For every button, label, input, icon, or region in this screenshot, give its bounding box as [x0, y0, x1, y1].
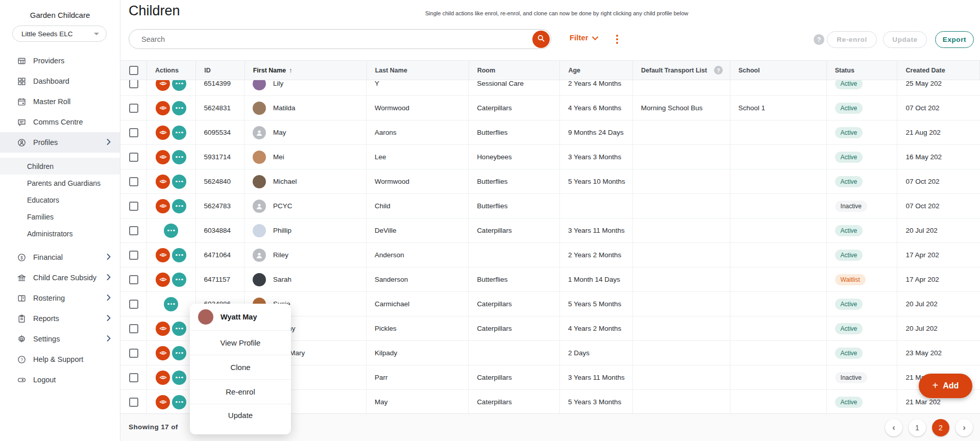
table-row[interactable]: 6471157SarahSandersonButterflies1 Month … — [120, 267, 980, 292]
sidebar-item-parents-and-guardians[interactable]: Parents and Guardians — [0, 175, 120, 191]
context-menu-item-re-enrol[interactable]: Re-enrol — [190, 380, 291, 404]
row-checkbox[interactable] — [129, 300, 138, 309]
update-button[interactable]: Update — [883, 31, 927, 48]
pagination-next-button[interactable]: › — [955, 419, 973, 436]
row-menu-button[interactable] — [172, 322, 186, 336]
sidebar-item-master-roll[interactable]: Master Roll — [0, 91, 120, 112]
cell-checkbox — [120, 267, 147, 291]
export-button[interactable]: Export — [935, 31, 974, 48]
sidebar-item-providers[interactable]: Providers — [0, 51, 120, 71]
chevron-right-icon — [107, 253, 111, 262]
sidebar-item-dashboard[interactable]: Dashboard — [0, 71, 120, 91]
row-menu-button[interactable] — [172, 395, 186, 409]
cell-id: 6471157 — [196, 267, 244, 291]
view-profile-button[interactable] — [156, 175, 170, 189]
row-checkbox[interactable] — [129, 398, 138, 407]
view-profile-button[interactable] — [156, 150, 170, 164]
row-menu-button[interactable] — [172, 101, 186, 115]
row-checkbox[interactable] — [129, 349, 138, 358]
centre-selector[interactable]: Little Seeds ELC — [12, 26, 107, 42]
avatar — [253, 102, 266, 115]
row-menu-button[interactable] — [172, 248, 186, 262]
view-profile-button[interactable] — [156, 273, 170, 287]
sidebar-item-comms-centre[interactable]: Comms Centre — [0, 112, 120, 132]
view-profile-button[interactable] — [156, 199, 170, 213]
row-checkbox[interactable] — [129, 275, 138, 284]
sidebar-item-profiles[interactable]: Profiles — [0, 132, 120, 153]
row-menu-button[interactable] — [172, 126, 186, 140]
sidebar-item-rostering[interactable]: Rostering — [0, 288, 120, 308]
row-menu-button[interactable] — [172, 175, 186, 189]
context-menu-item-clone[interactable]: Clone — [190, 355, 291, 380]
sidebar-item-settings[interactable]: Settings — [0, 329, 120, 349]
cell-transport — [633, 80, 730, 95]
cell-last-name: Y — [366, 80, 469, 95]
re-enrol-button[interactable]: Re-enrol — [827, 31, 877, 48]
table-row[interactable]: 5624831MatildaWormwoodCaterpillars4 Year… — [120, 96, 980, 120]
more-options-icon[interactable] — [610, 33, 624, 46]
row-checkbox[interactable] — [129, 104, 138, 113]
sidebar: Garden Childcare Little Seeds ELC Provid… — [0, 0, 120, 441]
row-checkbox[interactable] — [129, 251, 138, 260]
sidebar-item-child-care-subsidy[interactable]: Child Care Subsidy — [0, 267, 120, 288]
sort-asc-icon[interactable]: ↑ — [289, 66, 292, 74]
row-checkbox[interactable] — [129, 80, 138, 88]
help-icon[interactable]: ? — [714, 66, 723, 75]
filter-button[interactable]: Filter — [570, 34, 598, 42]
row-menu-button[interactable] — [172, 346, 186, 360]
table-row[interactable]: 6095534MayAaronsButterflies9 Months 24 D… — [120, 120, 980, 145]
search-button[interactable] — [532, 31, 550, 48]
sidebar-item-financial[interactable]: $Financial — [0, 247, 120, 267]
cell-last-name: Aarons — [366, 120, 469, 144]
sidebar-item-help-support[interactable]: ?Help & Support — [0, 349, 120, 370]
sidebar-item-administrators[interactable]: Administrators — [0, 225, 120, 242]
pagination-page-2[interactable]: 2 — [932, 419, 949, 436]
view-profile-button[interactable] — [156, 395, 170, 409]
avatar — [253, 249, 266, 262]
table-row[interactable]: 5624840MichaelWormwoodButterflies5 Years… — [120, 169, 980, 194]
table-row[interactable]: 6471064RileyAnderson2 Years 2 MonthsActi… — [120, 243, 980, 267]
row-checkbox[interactable] — [129, 226, 138, 235]
table-row[interactable]: 6514399LilyYSessional Care2 Years 4 Mont… — [120, 80, 980, 96]
view-profile-button[interactable] — [156, 322, 170, 336]
row-checkbox[interactable] — [129, 128, 138, 137]
view-profile-button[interactable] — [156, 248, 170, 262]
search-input[interactable] — [141, 35, 532, 43]
sidebar-item-educators[interactable]: Educators — [0, 191, 120, 208]
table-row[interactable]: 5624783PCYCChildButterfliesInactive07 Oc… — [120, 194, 980, 218]
row-checkbox[interactable] — [129, 373, 138, 382]
row-menu-button[interactable] — [172, 371, 186, 385]
row-checkbox[interactable] — [129, 324, 138, 333]
view-profile-button[interactable] — [156, 126, 170, 140]
view-profile-button[interactable] — [156, 101, 170, 115]
row-menu-button[interactable] — [172, 273, 186, 287]
row-menu-button[interactable] — [164, 224, 178, 238]
avatar — [198, 309, 213, 325]
pagination-page-1[interactable]: 1 — [909, 419, 926, 436]
financial-icon: $ — [17, 253, 26, 262]
view-profile-button[interactable] — [156, 346, 170, 360]
context-menu-item-update[interactable]: Update — [190, 404, 291, 434]
sidebar-item-families[interactable]: Families — [0, 208, 120, 225]
row-menu-button[interactable] — [172, 80, 186, 91]
help-icon[interactable]: ? — [814, 34, 824, 45]
context-menu-item-view-profile[interactable]: View Profile — [190, 331, 291, 355]
sidebar-item-reports[interactable]: Reports — [0, 308, 120, 329]
view-profile-button[interactable] — [156, 80, 170, 91]
sidebar-item-children[interactable]: Children — [0, 158, 120, 175]
table-row[interactable]: 5931714MeiLeeHoneybees3 Years 3 MonthsAc… — [120, 145, 980, 169]
pagination-prev-button[interactable]: ‹ — [885, 419, 902, 436]
row-menu-button[interactable] — [164, 297, 178, 311]
row-checkbox[interactable] — [129, 153, 138, 162]
cell-transport — [633, 120, 730, 144]
select-all-checkbox[interactable] — [129, 66, 138, 75]
sidebar-item-logout[interactable]: Logout — [0, 370, 120, 390]
add-button[interactable]: + Add — [919, 374, 972, 398]
row-checkbox[interactable] — [129, 177, 138, 186]
row-menu-button[interactable] — [172, 199, 186, 213]
table-row[interactable]: 6034884PhillipDeVilleCaterpillars3 Years… — [120, 218, 980, 243]
row-checkbox[interactable] — [129, 202, 138, 211]
cell-created-date: 20 Jul 202 — [897, 316, 980, 340]
row-menu-button[interactable] — [172, 150, 186, 164]
view-profile-button[interactable] — [156, 371, 170, 385]
